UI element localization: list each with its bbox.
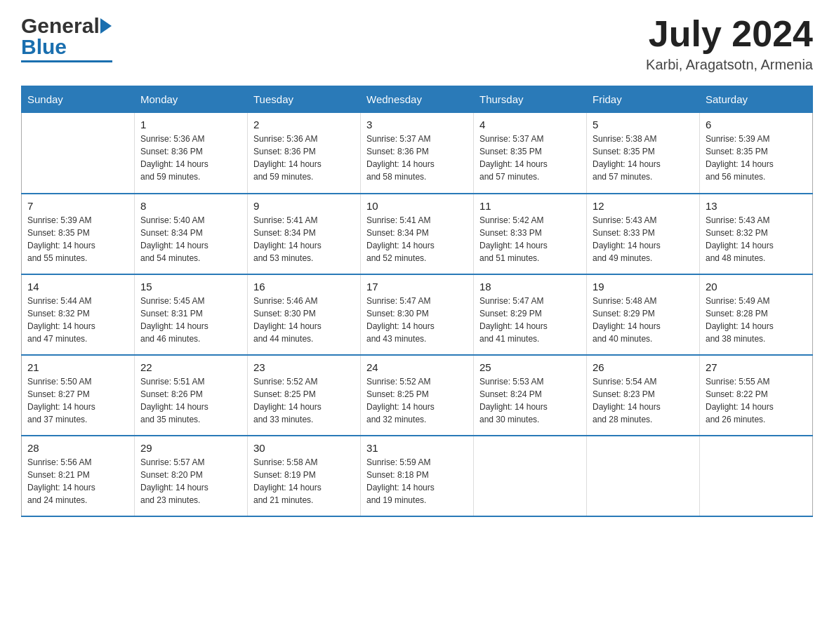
day-info: Sunrise: 5:42 AMSunset: 8:33 PMDaylight:… (479, 214, 581, 264)
day-number: 28 (27, 442, 128, 454)
day-info: Sunrise: 5:50 AMSunset: 8:27 PMDaylight:… (27, 375, 128, 426)
day-info: Sunrise: 5:39 AMSunset: 8:35 PMDaylight:… (706, 133, 807, 183)
day-number: 7 (27, 200, 128, 212)
day-number: 14 (27, 281, 128, 293)
logo-blue: Blue (21, 35, 67, 59)
calendar-week-1: 1Sunrise: 5:36 AMSunset: 8:36 PMDaylight… (22, 113, 813, 194)
calendar-table: SundayMondayTuesdayWednesdayThursdayFrid… (21, 86, 813, 517)
day-number: 8 (140, 200, 241, 212)
day-number: 19 (593, 281, 694, 293)
day-number: 22 (140, 361, 241, 373)
day-number: 3 (366, 119, 468, 130)
svg-marker-0 (100, 18, 112, 34)
day-info: Sunrise: 5:53 AMSunset: 8:24 PMDaylight:… (479, 375, 581, 426)
calendar-week-3: 14Sunrise: 5:44 AMSunset: 8:32 PMDayligh… (22, 274, 813, 355)
day-info: Sunrise: 5:38 AMSunset: 8:35 PMDaylight:… (593, 133, 694, 183)
page-header: General Blue July 2024 Karbi, Aragatsotn… (21, 14, 813, 73)
calendar-cell: 21Sunrise: 5:50 AMSunset: 8:27 PMDayligh… (22, 355, 135, 436)
calendar-cell: 31Sunrise: 5:59 AMSunset: 8:18 PMDayligh… (361, 436, 474, 516)
header-friday: Friday (587, 86, 700, 113)
calendar-cell (22, 113, 135, 194)
calendar-cell: 2Sunrise: 5:36 AMSunset: 8:36 PMDaylight… (248, 113, 361, 194)
calendar-week-4: 21Sunrise: 5:50 AMSunset: 8:27 PMDayligh… (22, 355, 813, 436)
calendar-cell: 23Sunrise: 5:52 AMSunset: 8:25 PMDayligh… (248, 355, 361, 436)
logo-general: General (21, 14, 100, 38)
day-info: Sunrise: 5:41 AMSunset: 8:34 PMDaylight:… (253, 214, 355, 264)
day-number: 12 (593, 200, 694, 212)
header-sunday: Sunday (22, 86, 135, 113)
day-info: Sunrise: 5:54 AMSunset: 8:23 PMDaylight:… (593, 375, 694, 426)
calendar-cell: 1Sunrise: 5:36 AMSunset: 8:36 PMDaylight… (135, 113, 248, 194)
day-info: Sunrise: 5:55 AMSunset: 8:22 PMDaylight:… (706, 375, 807, 426)
calendar-cell: 11Sunrise: 5:42 AMSunset: 8:33 PMDayligh… (474, 194, 587, 274)
day-info: Sunrise: 5:58 AMSunset: 8:19 PMDaylight:… (253, 456, 355, 507)
header-wednesday: Wednesday (361, 86, 474, 113)
day-number: 15 (140, 281, 241, 293)
day-info: Sunrise: 5:45 AMSunset: 8:31 PMDaylight:… (140, 295, 241, 345)
day-info: Sunrise: 5:36 AMSunset: 8:36 PMDaylight:… (140, 133, 241, 183)
calendar-cell: 4Sunrise: 5:37 AMSunset: 8:35 PMDaylight… (474, 113, 587, 194)
header-tuesday: Tuesday (248, 86, 361, 113)
day-info: Sunrise: 5:39 AMSunset: 8:35 PMDaylight:… (27, 214, 128, 264)
day-number: 23 (253, 361, 355, 373)
header-monday: Monday (135, 86, 248, 113)
day-number: 26 (593, 361, 694, 373)
day-number: 1 (140, 119, 241, 130)
calendar-cell (700, 436, 813, 516)
day-info: Sunrise: 5:36 AMSunset: 8:36 PMDaylight:… (253, 133, 355, 183)
calendar-week-2: 7Sunrise: 5:39 AMSunset: 8:35 PMDaylight… (22, 194, 813, 274)
day-number: 16 (253, 281, 355, 293)
day-info: Sunrise: 5:43 AMSunset: 8:33 PMDaylight:… (593, 214, 694, 264)
day-info: Sunrise: 5:51 AMSunset: 8:26 PMDaylight:… (140, 375, 241, 426)
calendar-cell: 15Sunrise: 5:45 AMSunset: 8:31 PMDayligh… (135, 274, 248, 355)
calendar-cell: 5Sunrise: 5:38 AMSunset: 8:35 PMDaylight… (587, 113, 700, 194)
calendar-cell: 16Sunrise: 5:46 AMSunset: 8:30 PMDayligh… (248, 274, 361, 355)
day-number: 24 (366, 361, 468, 373)
day-number: 10 (366, 200, 468, 212)
day-number: 13 (706, 200, 807, 212)
calendar-cell: 28Sunrise: 5:56 AMSunset: 8:21 PMDayligh… (22, 436, 135, 516)
day-number: 17 (366, 281, 468, 293)
calendar-cell (587, 436, 700, 516)
day-info: Sunrise: 5:40 AMSunset: 8:34 PMDaylight:… (140, 214, 241, 264)
calendar-cell: 26Sunrise: 5:54 AMSunset: 8:23 PMDayligh… (587, 355, 700, 436)
calendar-cell: 22Sunrise: 5:51 AMSunset: 8:26 PMDayligh… (135, 355, 248, 436)
day-info: Sunrise: 5:56 AMSunset: 8:21 PMDaylight:… (27, 456, 128, 507)
calendar-cell: 7Sunrise: 5:39 AMSunset: 8:35 PMDaylight… (22, 194, 135, 274)
day-number: 29 (140, 442, 241, 454)
day-info: Sunrise: 5:59 AMSunset: 8:18 PMDaylight:… (366, 456, 468, 507)
month-title: July 2024 (646, 14, 813, 54)
day-info: Sunrise: 5:52 AMSunset: 8:25 PMDaylight:… (253, 375, 355, 426)
day-info: Sunrise: 5:46 AMSunset: 8:30 PMDaylight:… (253, 295, 355, 345)
day-number: 6 (706, 119, 807, 130)
day-number: 30 (253, 442, 355, 454)
day-info: Sunrise: 5:57 AMSunset: 8:20 PMDaylight:… (140, 456, 241, 507)
day-number: 31 (366, 442, 468, 454)
calendar-cell: 20Sunrise: 5:49 AMSunset: 8:28 PMDayligh… (700, 274, 813, 355)
calendar-cell: 8Sunrise: 5:40 AMSunset: 8:34 PMDaylight… (135, 194, 248, 274)
day-number: 18 (479, 281, 581, 293)
calendar-cell: 14Sunrise: 5:44 AMSunset: 8:32 PMDayligh… (22, 274, 135, 355)
calendar-cell: 10Sunrise: 5:41 AMSunset: 8:34 PMDayligh… (361, 194, 474, 274)
day-info: Sunrise: 5:48 AMSunset: 8:29 PMDaylight:… (593, 295, 694, 345)
calendar-cell: 18Sunrise: 5:47 AMSunset: 8:29 PMDayligh… (474, 274, 587, 355)
day-number: 27 (706, 361, 807, 373)
calendar-cell (474, 436, 587, 516)
logo-flag-icon (100, 17, 114, 35)
calendar-cell: 24Sunrise: 5:52 AMSunset: 8:25 PMDayligh… (361, 355, 474, 436)
day-number: 11 (479, 200, 581, 212)
day-number: 25 (479, 361, 581, 373)
calendar-cell: 27Sunrise: 5:55 AMSunset: 8:22 PMDayligh… (700, 355, 813, 436)
logo: General Blue (21, 14, 114, 62)
day-number: 4 (479, 119, 581, 130)
calendar-header-row: SundayMondayTuesdayWednesdayThursdayFrid… (22, 86, 813, 113)
calendar-cell: 6Sunrise: 5:39 AMSunset: 8:35 PMDaylight… (700, 113, 813, 194)
location-text: Karbi, Aragatsotn, Armenia (646, 57, 813, 73)
day-number: 21 (27, 361, 128, 373)
calendar-cell: 3Sunrise: 5:37 AMSunset: 8:36 PMDaylight… (361, 113, 474, 194)
title-area: July 2024 Karbi, Aragatsotn, Armenia (646, 14, 813, 73)
logo-divider (21, 60, 112, 62)
day-info: Sunrise: 5:44 AMSunset: 8:32 PMDaylight:… (27, 295, 128, 345)
calendar-cell: 29Sunrise: 5:57 AMSunset: 8:20 PMDayligh… (135, 436, 248, 516)
day-number: 9 (253, 200, 355, 212)
